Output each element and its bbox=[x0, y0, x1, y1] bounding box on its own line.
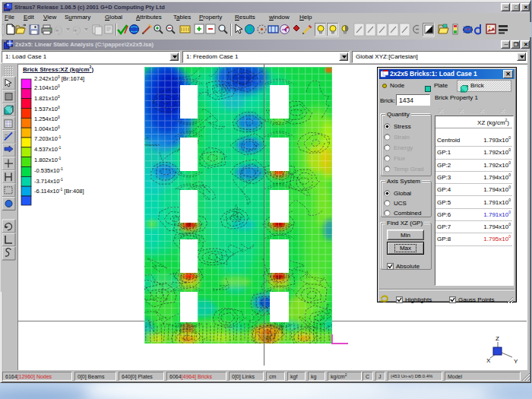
svg-text:Y: Y bbox=[514, 358, 518, 365]
svg-text:X: X bbox=[486, 357, 491, 364]
svg-text:Z: Z bbox=[496, 335, 499, 342]
